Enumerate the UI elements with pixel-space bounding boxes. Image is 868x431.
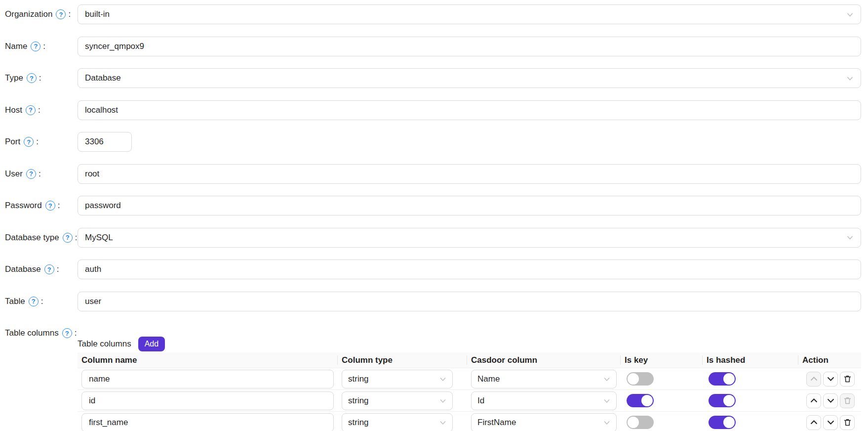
- field-label-text: Organization: [5, 9, 52, 19]
- delete-row-button[interactable]: [840, 393, 855, 408]
- column-name-input[interactable]: [81, 391, 334, 410]
- switch-knob: [628, 373, 639, 385]
- delete-row-button[interactable]: [840, 372, 855, 387]
- chevron-up-icon: [810, 398, 818, 403]
- type-select[interactable]: Database: [78, 68, 861, 88]
- help-icon[interactable]: ?: [27, 73, 37, 83]
- label-colon: :: [58, 201, 60, 211]
- casdoor-column-select[interactable]: Id: [471, 391, 617, 410]
- port-label: Port ? :: [5, 132, 78, 152]
- label-colon: :: [57, 264, 59, 274]
- help-icon[interactable]: ?: [63, 233, 73, 243]
- chevron-down-icon: [439, 397, 446, 404]
- user-input[interactable]: [78, 164, 861, 184]
- help-icon[interactable]: ?: [26, 105, 36, 115]
- table-title-text: Table columns: [78, 339, 131, 349]
- is-hashed-switch[interactable]: [709, 416, 736, 429]
- field-label-text: Type: [5, 73, 23, 83]
- column-type-select[interactable]: string: [342, 370, 453, 388]
- move-down-button[interactable]: [823, 372, 838, 387]
- form-row-name: Name ? :: [5, 37, 861, 56]
- add-column-button[interactable]: Add: [138, 337, 165, 351]
- delete-row-button[interactable]: [840, 415, 855, 430]
- field-label-text: Database: [5, 264, 41, 274]
- chevron-down-icon: [439, 376, 446, 383]
- table-header-row: Column name Column type Casdoor column I…: [78, 352, 861, 368]
- label-colon: :: [41, 297, 43, 306]
- field-label-text: Database type: [5, 233, 59, 243]
- host-input[interactable]: [78, 100, 861, 120]
- header-column-name: Column name: [78, 352, 338, 368]
- is-key-switch[interactable]: [627, 372, 654, 386]
- form-row-type: Type ? : Database: [5, 68, 861, 88]
- chevron-down-icon: [846, 11, 854, 18]
- organization-select[interactable]: built-in: [78, 4, 861, 24]
- database-type-label: Database type ? :: [5, 228, 78, 248]
- help-icon[interactable]: ?: [26, 169, 36, 179]
- chevron-down-icon: [827, 420, 834, 425]
- column-type-select[interactable]: string: [342, 391, 453, 410]
- field-label-text: Host: [5, 105, 22, 115]
- help-icon[interactable]: ?: [45, 201, 55, 211]
- chevron-down-icon: [603, 376, 610, 383]
- move-up-button[interactable]: [806, 415, 821, 430]
- header-is-key: Is key: [621, 352, 703, 368]
- form-row-organization: Organization ? : built-in: [5, 4, 861, 24]
- label-colon: :: [75, 328, 77, 338]
- form-row-table-columns: Table columns ? : Table columns Add Colu…: [5, 323, 861, 431]
- label-colon: :: [39, 73, 41, 83]
- column-name-input[interactable]: [81, 413, 334, 431]
- switch-knob: [723, 417, 735, 428]
- chevron-down-icon: [846, 75, 854, 82]
- switch-knob: [641, 395, 653, 406]
- form-row-user: User ? :: [5, 164, 861, 184]
- help-icon[interactable]: ?: [29, 297, 39, 306]
- header-casdoor-column: Casdoor column: [467, 352, 621, 368]
- database-type-select[interactable]: MySQL: [78, 228, 861, 248]
- switch-knob: [723, 395, 735, 406]
- column-type-select[interactable]: string: [342, 413, 453, 431]
- password-input[interactable]: [78, 196, 861, 216]
- help-icon[interactable]: ?: [31, 42, 40, 51]
- form-row-host: Host ? :: [5, 100, 861, 120]
- select-value: MySQL: [85, 233, 113, 243]
- help-icon[interactable]: ?: [44, 264, 54, 274]
- help-icon[interactable]: ?: [24, 137, 34, 147]
- move-up-button[interactable]: [806, 372, 821, 387]
- is-hashed-switch[interactable]: [709, 394, 736, 407]
- field-label-text: Name: [5, 42, 27, 51]
- chevron-down-icon: [439, 419, 446, 426]
- name-input[interactable]: [78, 37, 861, 56]
- move-up-button[interactable]: [806, 393, 821, 408]
- is-hashed-switch[interactable]: [709, 372, 736, 386]
- label-colon: :: [68, 9, 71, 19]
- label-colon: :: [75, 233, 78, 243]
- form-row-table: Table ? :: [5, 292, 861, 311]
- table-row: string FirstName: [78, 412, 861, 431]
- chevron-down-icon: [603, 419, 610, 426]
- label-colon: :: [39, 169, 41, 179]
- help-icon[interactable]: ?: [62, 328, 72, 338]
- header-action: Action: [798, 352, 861, 368]
- organization-label: Organization ? :: [5, 4, 78, 24]
- form-row-database: Database ? :: [5, 259, 861, 279]
- help-icon[interactable]: ?: [56, 9, 66, 19]
- move-down-button[interactable]: [823, 393, 838, 408]
- port-input[interactable]: [78, 132, 132, 152]
- is-key-switch[interactable]: [627, 394, 654, 407]
- casdoor-column-select[interactable]: FirstName: [471, 413, 617, 431]
- table-input[interactable]: [78, 292, 861, 311]
- switch-knob: [628, 417, 639, 428]
- type-label: Type ? :: [5, 68, 78, 88]
- trash-icon: [843, 418, 852, 427]
- column-name-input[interactable]: [81, 370, 334, 388]
- label-colon: :: [36, 137, 39, 147]
- field-label-text: Table columns: [5, 328, 59, 338]
- is-key-switch[interactable]: [627, 416, 654, 429]
- database-input[interactable]: [78, 259, 861, 279]
- switch-knob: [723, 373, 735, 385]
- casdoor-column-select[interactable]: Name: [471, 370, 617, 388]
- move-down-button[interactable]: [823, 415, 838, 430]
- chevron-down-icon: [846, 234, 854, 241]
- form-row-password: Password ? :: [5, 196, 861, 216]
